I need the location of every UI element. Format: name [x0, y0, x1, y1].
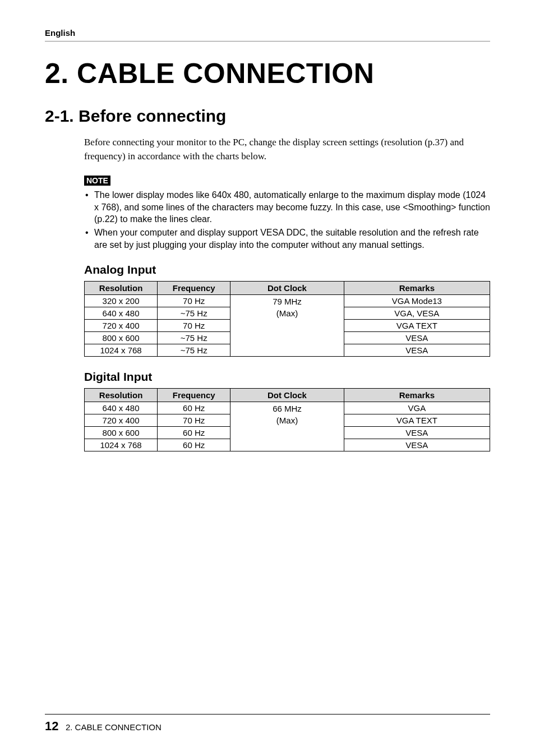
cell-remarks: VGA, VESA	[344, 307, 490, 320]
cell-resolution: 800 x 600	[85, 332, 158, 344]
cell-frequency: 70 Hz	[158, 414, 230, 427]
cell-frequency: ~75 Hz	[158, 344, 230, 357]
digital-table: Resolution Frequency Dot Clock Remarks 6…	[84, 388, 490, 451]
table-row: 800 x 600 60 Hz VESA	[85, 427, 490, 439]
intro-paragraph: Before connecting your monitor to the PC…	[84, 136, 490, 163]
cell-resolution: 1024 x 768	[85, 439, 158, 451]
cell-resolution: 640 x 480	[85, 402, 158, 414]
cell-dotclock	[230, 344, 344, 357]
cell-dotclock: (Max)	[230, 307, 344, 320]
th-resolution: Resolution	[85, 389, 158, 402]
cell-dotclock: 79 MHz	[230, 295, 344, 307]
cell-remarks: VGA TEXT	[344, 414, 490, 427]
table-row: 640 x 480 ~75 Hz (Max) VGA, VESA	[85, 307, 490, 320]
digital-heading: Digital Input	[84, 370, 490, 384]
table-row: 320 x 200 70 Hz 79 MHz VGA Mode13	[85, 295, 490, 307]
cell-remarks: VESA	[344, 332, 490, 344]
th-dotclock: Dot Clock	[230, 389, 344, 402]
th-frequency: Frequency	[158, 389, 230, 402]
footer: 12 2. CABLE CONNECTION	[45, 714, 490, 734]
cell-frequency: ~75 Hz	[158, 307, 230, 320]
cell-remarks: VGA	[344, 402, 490, 414]
cell-resolution: 320 x 200	[85, 295, 158, 307]
cell-resolution: 1024 x 768	[85, 344, 158, 357]
cell-frequency: 70 Hz	[158, 320, 230, 332]
cell-dotclock	[230, 427, 344, 439]
page-title: 2. CABLE CONNECTION	[45, 57, 490, 90]
section-heading: 2-1. Before connecting	[45, 107, 490, 126]
analog-heading: Analog Input	[84, 263, 490, 276]
note-item: When your computer and display support V…	[84, 227, 490, 251]
note-block: NOTE The lower display modes like 640x 4…	[84, 176, 490, 251]
cell-resolution: 720 x 400	[85, 414, 158, 427]
cell-remarks: VESA	[344, 344, 490, 357]
footer-text: 2. CABLE CONNECTION	[66, 722, 162, 732]
cell-dotclock	[230, 332, 344, 344]
cell-frequency: 70 Hz	[158, 295, 230, 307]
cell-dotclock: 66 MHz	[230, 402, 344, 414]
cell-remarks: VGA Mode13	[344, 295, 490, 307]
cell-resolution: 640 x 480	[85, 307, 158, 320]
cell-resolution: 720 x 400	[85, 320, 158, 332]
cell-remarks: VESA	[344, 427, 490, 439]
th-remarks: Remarks	[344, 282, 490, 295]
cell-dotclock: (Max)	[230, 414, 344, 427]
cell-frequency: 60 Hz	[158, 402, 230, 414]
cell-dotclock	[230, 439, 344, 451]
cell-frequency: ~75 Hz	[158, 332, 230, 344]
th-frequency: Frequency	[158, 282, 230, 295]
note-item: The lower display modes like 640x 480, a…	[84, 189, 490, 225]
note-label: NOTE	[84, 176, 110, 186]
cell-remarks: VESA	[344, 439, 490, 451]
table-row: 1024 x 768 60 Hz VESA	[85, 439, 490, 451]
th-dotclock: Dot Clock	[230, 282, 344, 295]
analog-table: Resolution Frequency Dot Clock Remarks 3…	[84, 281, 490, 357]
page-number: 12	[45, 719, 58, 733]
table-row: 720 x 400 70 Hz VGA TEXT	[85, 320, 490, 332]
table-row: 720 x 400 70 Hz (Max) VGA TEXT	[85, 414, 490, 427]
cell-remarks: VGA TEXT	[344, 320, 490, 332]
table-row: 1024 x 768 ~75 Hz VESA	[85, 344, 490, 357]
cell-resolution: 800 x 600	[85, 427, 158, 439]
cell-dotclock	[230, 320, 344, 332]
header-language: English	[45, 28, 490, 42]
th-resolution: Resolution	[85, 282, 158, 295]
table-row: 640 x 480 60 Hz 66 MHz VGA	[85, 402, 490, 414]
th-remarks: Remarks	[344, 389, 490, 402]
cell-frequency: 60 Hz	[158, 427, 230, 439]
cell-frequency: 60 Hz	[158, 439, 230, 451]
table-row: 800 x 600 ~75 Hz VESA	[85, 332, 490, 344]
